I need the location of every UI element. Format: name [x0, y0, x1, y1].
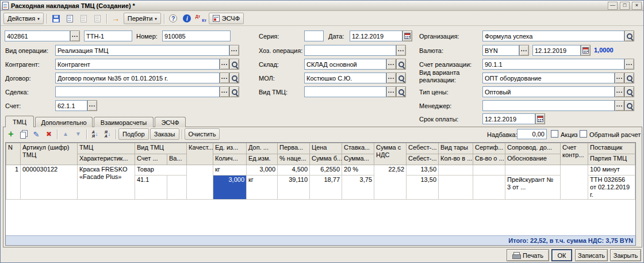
organization-open-button[interactable]	[624, 31, 634, 41]
post-button[interactable]	[64, 13, 76, 24]
delete-row-button[interactable]: ✖	[43, 128, 55, 140]
cell-account[interactable]: 41.1	[135, 176, 167, 200]
cell-article[interactable]: 0000030122	[21, 165, 78, 200]
cell-quantity-selected[interactable]: 3,000	[213, 176, 247, 200]
postings-button[interactable]: ДтКт	[195, 13, 207, 24]
currency-rate-date-field[interactable]	[532, 45, 581, 56]
cell-cost2[interactable]: 13,50	[407, 176, 439, 200]
clear-button[interactable]: Очистить	[185, 128, 220, 140]
advice-button[interactable]: i	[181, 13, 193, 24]
price-type-open-button[interactable]	[624, 86, 634, 97]
save-button[interactable]	[50, 13, 62, 24]
cell-quality[interactable]	[187, 165, 213, 200]
warehouse-field[interactable]	[304, 59, 386, 70]
goto-button[interactable]: Перейти▾	[124, 13, 161, 24]
sort-asc-button[interactable]: АЯ↓	[89, 128, 101, 140]
business-operation-select-button[interactable]: ...	[396, 45, 406, 56]
sort-desc-button[interactable]: ЯА↓	[102, 128, 113, 140]
excise-checkbox[interactable]	[551, 130, 558, 138]
operation-kind-select-button[interactable]: ...	[229, 45, 239, 56]
cell-markup-sum[interactable]: 39,110	[278, 176, 310, 200]
ok-button[interactable]: ОК	[551, 249, 572, 261]
deal-select-button[interactable]: ...	[220, 86, 229, 97]
series-field[interactable]	[304, 31, 324, 41]
counterparty-field[interactable]	[55, 59, 220, 70]
edit-row-button[interactable]: ✎	[30, 128, 42, 140]
cell-extra-qty[interactable]: 3,000	[247, 165, 278, 176]
excise-label[interactable]: Акциз	[561, 131, 578, 139]
number-field[interactable]	[162, 31, 231, 41]
sales-variant-field[interactable]	[482, 73, 615, 83]
currency-field[interactable]	[482, 45, 519, 56]
close-button[interactable]: ×	[632, 2, 642, 10]
cell-certificate[interactable]	[473, 165, 505, 176]
cell-accomp-doc[interactable]	[505, 165, 561, 176]
cell-sum-wo-vat[interactable]: 18,77	[310, 176, 342, 200]
cell-tare-qty[interactable]	[439, 176, 473, 200]
payment-due-calendar-button[interactable]	[535, 113, 545, 124]
account-field[interactable]	[55, 100, 87, 111]
contract-field[interactable]	[55, 73, 220, 83]
cell-tmc[interactable]: Краска FRESKO «Facade Plus»	[78, 165, 135, 200]
move-down-button[interactable]: ▼	[72, 128, 84, 140]
code-field[interactable]	[5, 31, 70, 41]
warehouse-open-button[interactable]	[396, 59, 406, 70]
tmc-kind-select-button[interactable]: ...	[386, 86, 396, 97]
cell-counterparty-account[interactable]	[561, 165, 588, 200]
cell-cost[interactable]: 13,50	[407, 165, 439, 176]
minimize-button[interactable]: —	[608, 2, 618, 10]
mol-select-button[interactable]: ...	[386, 73, 396, 83]
price-type-field[interactable]	[482, 86, 615, 97]
copy-button[interactable]	[78, 13, 90, 24]
counterparty-select-button[interactable]: ...	[220, 59, 229, 70]
mol-open-button[interactable]	[396, 73, 406, 83]
cell-batch[interactable]: ТТН 032656 от 02.12.2019 г.	[588, 176, 635, 200]
tmc-kind-open-button[interactable]	[396, 86, 406, 97]
reverse-calc-checkbox[interactable]	[580, 130, 587, 138]
close-button-footer[interactable]: Закрыть	[610, 249, 641, 261]
code-select-button[interactable]: ...	[70, 31, 80, 41]
cell-initial-price[interactable]: 4,500	[278, 165, 310, 176]
cell-cert-doc[interactable]	[473, 176, 505, 200]
manager-open-button[interactable]	[624, 100, 634, 111]
tab-tmc[interactable]: ТМЦ	[5, 116, 34, 127]
markup-field[interactable]	[517, 129, 547, 139]
table-row[interactable]: 1 0000030122 Краска FRESKO «Facade Plus»…	[6, 165, 635, 176]
actions-button[interactable]: Действия▾	[3, 13, 44, 24]
save-button-footer[interactable]: Записать	[575, 249, 608, 261]
cell-justification[interactable]: Прейскурант № 3 от ...	[505, 176, 561, 200]
counterparty-open-button[interactable]	[229, 59, 239, 70]
deal-open-button[interactable]	[229, 86, 239, 97]
payment-due-field[interactable]	[482, 113, 535, 124]
tab-additional[interactable]: Дополнительно	[35, 117, 93, 127]
cell-supplier[interactable]: 100 минут	[588, 165, 635, 176]
ttn-field[interactable]	[84, 31, 132, 41]
account-select-button[interactable]: ...	[87, 100, 97, 111]
sales-account-select-button[interactable]: ...	[624, 59, 634, 70]
manager-select-button[interactable]: ...	[615, 100, 624, 111]
currency-select-button[interactable]: ...	[519, 45, 529, 56]
cell-vat-rate[interactable]: 20 %	[342, 165, 374, 176]
cell-unit[interactable]: кг	[213, 165, 247, 176]
help-button[interactable]: ?	[167, 13, 179, 24]
manager-field[interactable]	[482, 100, 615, 111]
operation-kind-field[interactable]	[55, 45, 229, 56]
cell-n[interactable]: 1	[6, 165, 21, 200]
date-field[interactable]	[350, 31, 402, 41]
price-type-select-button[interactable]: ...	[615, 86, 624, 97]
orders-button[interactable]: Заказы	[150, 128, 179, 140]
cell-va[interactable]	[167, 176, 187, 200]
deal-field[interactable]	[55, 86, 220, 97]
cell-vat-sum[interactable]: 3,75	[342, 176, 374, 200]
table-empty-area[interactable]	[6, 200, 635, 235]
move-up-button[interactable]: ▲	[60, 128, 71, 140]
tab-eschf[interactable]: ЭСЧФ	[155, 117, 186, 127]
maximize-button[interactable]: □	[620, 2, 630, 10]
cell-extra-unit[interactable]: кг	[247, 176, 278, 200]
sales-variant-select-button[interactable]: ...	[615, 73, 624, 83]
cell-sum-with-vat[interactable]: 22,52	[374, 165, 407, 200]
paste-button[interactable]	[91, 13, 103, 24]
goto-arrow-button[interactable]: →	[110, 13, 122, 24]
warehouse-select-button[interactable]: ...	[386, 59, 396, 70]
tmc-kind-field[interactable]	[304, 86, 386, 97]
